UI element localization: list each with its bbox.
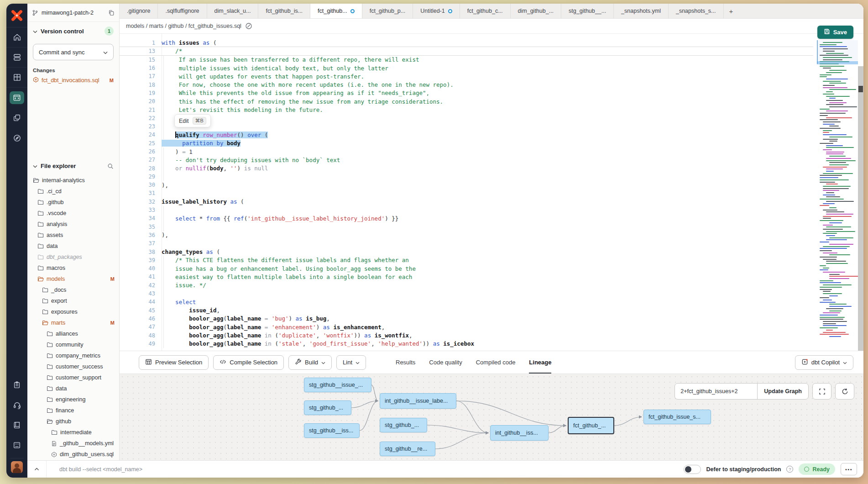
more-options-button[interactable]: ••• <box>841 463 857 475</box>
defer-toggle[interactable] <box>684 465 701 474</box>
code-line[interactable]: 25 partition by body <box>120 139 813 147</box>
help-icon[interactable]: ? <box>786 466 793 473</box>
tree-item[interactable]: internal-analytics <box>27 175 119 186</box>
lineage-node[interactable]: stg_github__re... <box>380 442 435 456</box>
tree-item[interactable]: assets <box>27 230 119 241</box>
code-line[interactable]: 43 <box>120 289 813 298</box>
search-icon[interactable] <box>107 163 114 169</box>
minimap[interactable] <box>817 40 858 348</box>
home-icon[interactable] <box>6 27 27 47</box>
tree-item[interactable]: exposures <box>27 306 119 317</box>
build-button[interactable]: Build <box>288 355 332 370</box>
changelog-icon[interactable] <box>6 375 27 395</box>
tree-item[interactable]: engineering <box>27 394 119 405</box>
code-line[interactable]: 19 While this prevents the old issue fro… <box>120 89 813 97</box>
editor-tab[interactable]: dim_github_... <box>511 4 562 18</box>
code-line[interactable]: 42 issue. */ <box>120 281 813 289</box>
code-area[interactable]: 1with issues as (13 /*15 If an issue has… <box>120 34 813 351</box>
copy-icon[interactable] <box>108 10 115 16</box>
tree-item[interactable]: macros <box>27 263 119 274</box>
code-line[interactable]: 1with issues as ( <box>120 39 813 47</box>
code-line[interactable]: 23 <box>120 122 813 131</box>
preview-selection-button[interactable]: Preview Selection <box>139 355 209 370</box>
file-explorer-header[interactable]: File explorer <box>27 163 119 169</box>
code-line[interactable]: 46 boolor_agg(label_name = 'bug') as is_… <box>120 315 813 323</box>
lineage-node[interactable]: stg_github_... <box>304 400 351 415</box>
code-editor[interactable]: 1with issues as (13 /*15 If an issue has… <box>120 34 863 351</box>
tree-item[interactable]: data <box>27 383 119 394</box>
commit-and-sync-button[interactable]: Commit and sync <box>33 44 114 60</box>
code-line[interactable]: 16 multiple issues with identical body t… <box>120 64 813 72</box>
docs-icon[interactable] <box>6 415 27 435</box>
tree-item[interactable]: _github__models.yml <box>27 438 119 449</box>
lint-button[interactable]: Lint <box>336 355 366 370</box>
tree-item[interactable]: .github <box>27 197 119 208</box>
code-line[interactable]: 47 boolor_agg(label_name = 'enhancement'… <box>120 323 813 331</box>
code-line[interactable]: 32issue_label_history as ( <box>120 198 813 206</box>
version-control-header[interactable]: Version control 1 <box>33 26 114 36</box>
tree-item[interactable]: customer_success <box>27 361 119 372</box>
editor-tab[interactable]: .sqlfluffignore <box>158 4 207 18</box>
changed-file-item[interactable]: fct_dbt_invocations.sql M <box>33 77 114 84</box>
tree-item[interactable]: .ci_cd <box>27 186 119 197</box>
new-tab-button[interactable]: + <box>724 4 739 18</box>
code-line[interactable]: 28 or nullif(body, '') is null <box>120 164 813 172</box>
support-icon[interactable] <box>6 395 27 415</box>
tree-item[interactable]: martsM <box>27 317 119 328</box>
lineage-node[interactable]: stg_github_... <box>380 418 427 432</box>
editor-tab[interactable]: _snapshots.yml <box>614 4 669 18</box>
lineage-node[interactable]: int_github__issue_labe... <box>380 393 456 409</box>
code-line[interactable]: 18 For now, choose the one with more rec… <box>120 80 813 89</box>
scrollbar-thumb[interactable] <box>858 86 863 92</box>
editor-scrollbar[interactable] <box>858 66 863 351</box>
code-line[interactable]: 24 qualify row_number() over ( <box>120 131 813 139</box>
lineage-node[interactable]: fct_github_issue_s... <box>643 410 711 424</box>
code-line[interactable]: 37 <box>120 239 813 247</box>
tree-item[interactable]: github <box>27 416 119 427</box>
code-line[interactable]: 29 <box>120 173 813 181</box>
editor-tab[interactable]: dim_slack_u... <box>207 4 259 18</box>
dbt-copilot-button[interactable]: dbt Copilot <box>795 355 853 370</box>
tree-item[interactable]: .vscode <box>27 208 119 219</box>
code-line[interactable]: 13 /* <box>120 47 813 55</box>
code-line[interactable]: 41 easiest way to flatten multiple label… <box>120 273 813 281</box>
editor-tab[interactable]: fct_github... <box>310 4 362 18</box>
code-line[interactable]: 44 select <box>120 298 813 306</box>
tree-item[interactable]: alliances <box>27 328 119 339</box>
tree-item[interactable]: data <box>27 241 119 252</box>
tree-item[interactable]: dbt_packages <box>27 252 119 263</box>
code-line[interactable]: 21 Let's revisit this modeling in the fu… <box>120 105 813 114</box>
keyboard-icon[interactable] <box>6 435 27 455</box>
lineage-node[interactable]: stg_github__iss... <box>304 423 360 438</box>
lineage-panel[interactable]: 2+fct_github_issues+2 Update Graph stg_g… <box>120 374 863 460</box>
tree-item[interactable]: intermediate <box>27 427 119 438</box>
tree-item[interactable]: customer_support <box>27 372 119 383</box>
code-line[interactable]: 38change_types as ( <box>120 247 813 256</box>
tree-item[interactable]: finance <box>27 405 119 416</box>
code-line[interactable]: 34 select * from {{ ref('int_github__iss… <box>120 214 813 222</box>
code-line[interactable]: 20 this has the effect of removing the n… <box>120 97 813 105</box>
tab-compiled-code[interactable]: Compiled code <box>476 351 516 374</box>
compile-selection-button[interactable]: Compile Selection <box>213 355 284 370</box>
tab-lineage[interactable]: Lineage <box>529 351 551 374</box>
dbt-logo[interactable] <box>6 4 27 27</box>
editor-tab[interactable]: Untitled-1 <box>413 4 460 18</box>
code-line[interactable]: 33 <box>120 206 813 214</box>
code-line[interactable]: 31 <box>120 189 813 197</box>
code-line[interactable]: 17 will get updates for events that happ… <box>120 72 813 80</box>
editor-tab[interactable]: fct_github_c... <box>460 4 511 18</box>
fullscreen-button[interactable] <box>812 383 831 400</box>
explore-icon[interactable] <box>6 128 27 148</box>
tree-item[interactable]: dim_github_users.sql <box>27 449 119 460</box>
orchestration-icon[interactable] <box>6 108 27 128</box>
code-line[interactable]: 15 If an issue has been transferred to a… <box>120 56 813 64</box>
code-line[interactable]: 27 -- don't try deduping issues with no … <box>120 156 813 164</box>
code-line[interactable]: 22 <box>120 114 813 122</box>
editor-tab[interactable]: .gitignore <box>120 4 158 18</box>
code-line[interactable]: 48 boolor_agg(label_name in ('duplicate'… <box>120 331 813 339</box>
code-line[interactable]: 30), <box>120 181 813 189</box>
command-input[interactable]: dbt build --select <model_name> <box>47 466 684 473</box>
code-line[interactable]: 40 issue has a bug or enhancement label.… <box>120 264 813 273</box>
editor-tab[interactable]: fct_github_p... <box>362 4 413 18</box>
user-avatar[interactable] <box>11 461 23 473</box>
